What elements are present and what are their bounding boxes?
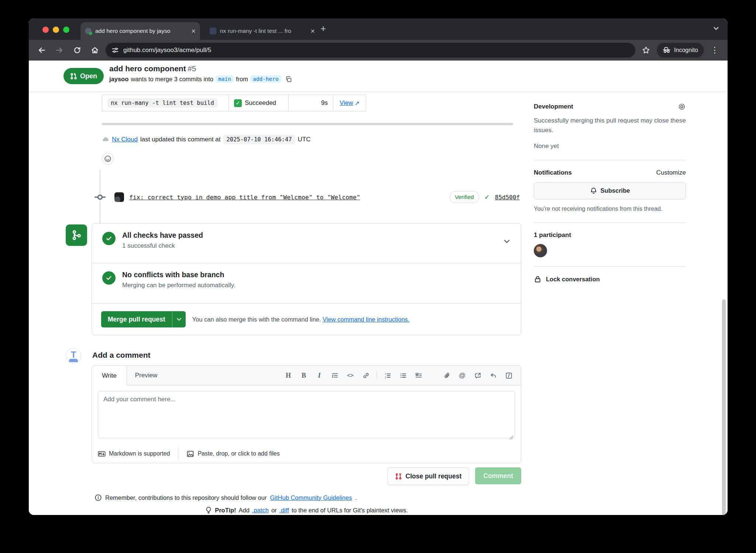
cli-instructions-link[interactable]: View command line instructions. [323,316,409,323]
pr-content: nx run-many -t lint test build ✓ Succeed… [29,92,728,515]
traffic-minimize-button[interactable] [53,27,59,33]
protip-bold: ProTip! [215,507,236,514]
resize-grip[interactable] [509,434,513,441]
home-button[interactable] [88,43,102,57]
commit-message-link[interactable]: fix: correct typo in demo app title from… [129,194,360,201]
subscribe-button[interactable]: Subscribe [534,182,686,199]
info-icon [94,494,102,501]
check-name-cell: nx run-many -t lint test build [102,95,229,111]
guidelines-note: Remember, contributions to this reposito… [94,494,357,501]
pr-state-badge: Open [63,68,104,84]
status-check-icon: ✓ [484,193,490,201]
forward-button[interactable] [52,43,66,57]
participant-avatar[interactable] [534,244,547,257]
check-status: Succeeded [245,99,276,107]
close-pull-request-button[interactable]: Close pull request [387,467,470,485]
url-text: github.com/jaysoo3/acme/pull/5 [123,47,211,54]
tab-nx-run[interactable]: nx run-many -t lint test ... fro × [205,24,319,38]
base-branch-label[interactable]: main [216,75,234,83]
cli-text: You can also merge this with the command… [192,316,321,323]
ordered-list-icon[interactable]: 12 [381,369,394,382]
verified-badge[interactable]: Verified [450,191,479,203]
commit-sha-link[interactable]: 85d500f [495,194,520,201]
tab-preview[interactable]: Preview [127,366,165,385]
pull-request-closed-icon [395,473,402,480]
tab-write[interactable]: Write [92,366,127,385]
no-conflicts-section: No conflicts with base branch Merging ca… [92,263,521,304]
back-button[interactable] [35,43,49,57]
attach-file-icon[interactable] [440,369,453,382]
tab-close-icon[interactable]: × [310,27,315,35]
mention-icon[interactable]: @ [456,369,468,382]
checks-passed-section[interactable]: All checks have passed 1 successful chec… [92,224,521,263]
github-avatar-favicon [85,28,92,34]
italic-icon[interactable]: I [313,369,326,382]
lock-icon [534,275,542,283]
markdown-note[interactable]: Markdown is supported [98,450,170,458]
protip-patch-link[interactable]: .patch [252,507,269,514]
browser-window: add hero component by jayso × nx run-man… [29,18,728,515]
svg-text:2: 2 [385,376,386,379]
site-settings-icon[interactable] [111,47,119,54]
pr-from-word: from [236,76,248,83]
bold-icon[interactable]: B [298,369,310,382]
incognito-badge: Incognito [657,43,704,58]
head-branch-label[interactable]: add-hero [250,75,281,83]
page-scrollbar-thumb[interactable] [722,299,726,515]
merge-status-icon [66,224,87,246]
merge-button-label[interactable]: Merge pull request [101,316,172,323]
heading-icon[interactable]: H [282,369,295,382]
markdown-toolbar: H B I <> 12 [165,366,521,385]
external-arrow-icon[interactable]: ↗ [355,100,360,107]
merge-pull-request-button[interactable]: Merge pull request [101,311,186,327]
nx-cloud-link[interactable]: Nx Cloud [112,136,138,143]
nx-note-utc: UTC [298,136,311,143]
pr-author[interactable]: jaysoo [109,76,128,83]
tab-search-chevron-icon[interactable] [712,24,720,34]
no-conflicts-title: No conflicts with base branch [122,271,511,279]
tab-close-icon[interactable]: × [191,27,196,35]
merge-actions-section: Merge pull request You can also merge th… [92,304,521,335]
horizontal-scrollbar[interactable] [102,123,513,125]
link-icon[interactable] [360,369,372,382]
comment-button[interactable]: Comment [475,467,521,484]
merge-options-caret[interactable] [172,311,186,327]
comment-input[interactable] [98,391,515,438]
copy-icon[interactable] [285,76,292,83]
bookmark-star-icon[interactable] [639,43,653,57]
comment-form-footer: Markdown is supported Paste, drop, or cl… [98,444,515,463]
new-tab-button[interactable]: + [320,24,326,33]
tab-pull-request[interactable]: add hero component by jayso × [80,22,200,40]
view-link[interactable]: View [340,99,353,107]
quote-icon[interactable] [329,369,341,382]
pr-state-label: Open [80,72,97,80]
sidebar-divider [534,266,686,267]
reply-icon[interactable] [487,369,499,382]
guidelines-link[interactable]: GitHub Community Guidelines [270,494,352,501]
commit-author-avatar[interactable] [114,192,124,202]
browser-toolbar: github.com/jaysoo3/acme/pull/5 Incognito… [29,40,728,61]
chevron-down-icon[interactable] [502,237,511,247]
add-reaction-button[interactable] [102,153,114,165]
bullet-list-icon[interactable] [397,369,409,382]
browser-menu-kebab-icon[interactable]: ⋮ [708,43,722,57]
guidelines-period: . [355,494,357,501]
merge-box: All checks have passed 1 successful chec… [92,223,521,335]
svg-text:1: 1 [385,372,386,375]
protip-diff-link[interactable]: .diff [279,507,289,514]
lock-conversation-button[interactable]: Lock conversation [534,275,686,283]
participants-title: 1 participant [534,231,571,239]
paste-files-note[interactable]: Paste, drop, or click to add files [186,450,279,458]
task-list-icon[interactable] [412,369,425,382]
pr-number: #5 [188,64,196,73]
slash-commands-icon[interactable] [502,369,515,382]
traffic-close-button[interactable] [42,27,49,33]
traffic-zoom-button[interactable] [63,27,69,33]
customize-link[interactable]: Customize [656,169,686,176]
saved-replies-icon[interactable] [471,369,484,382]
address-bar[interactable]: github.com/jaysoo3/acme/pull/5 [106,43,635,58]
nx-cloud-note: Nx Cloud last updated this comment at 20… [102,135,311,144]
gear-icon[interactable] [678,103,686,111]
reload-button[interactable] [70,43,84,57]
code-icon[interactable]: <> [344,369,357,382]
